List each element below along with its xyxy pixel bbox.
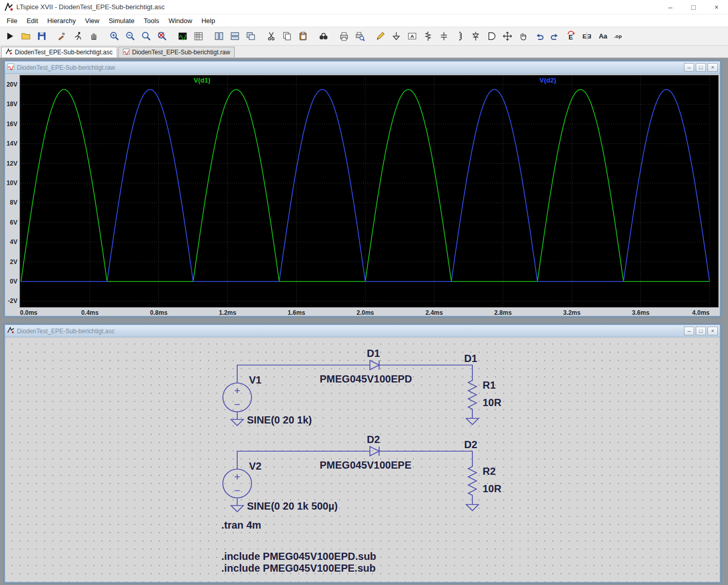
- r1-value[interactable]: 10R: [483, 397, 502, 408]
- menu-file[interactable]: File: [2, 15, 22, 26]
- autorange-y-icon[interactable]: [175, 29, 191, 44]
- waveform-minimize-button[interactable]: –: [684, 63, 694, 72]
- run-simulation-icon[interactable]: [70, 29, 86, 44]
- inductor-icon[interactable]: [452, 29, 468, 44]
- spice-directive-icon[interactable]: .op: [611, 29, 627, 44]
- d2-designator[interactable]: D2: [367, 434, 380, 445]
- x-tick-label: 3.6ms: [632, 309, 650, 316]
- drag-icon[interactable]: [515, 29, 531, 44]
- schematic-canvas-area[interactable]: D1 PMEG045V100EPD V1 SINE(0 20 1k) D1 R1…: [5, 337, 720, 582]
- voltage-source-v1-symbol[interactable]: [223, 383, 252, 412]
- waveform-pane: 20V18V16V14V12V10V8V6V4V2V0V-2V V(d1)V(d…: [5, 74, 720, 316]
- x-tick-label: 0.4ms: [81, 309, 98, 316]
- waveform-close-button[interactable]: ×: [708, 63, 718, 72]
- resistor-icon[interactable]: [420, 29, 436, 44]
- d1-value[interactable]: PMEG045V100EPD: [320, 373, 412, 385]
- ground-icon[interactable]: [466, 505, 479, 511]
- control-panel-icon[interactable]: [54, 29, 70, 44]
- menu-hierarchy[interactable]: Hierarchy: [43, 15, 80, 26]
- label-net-icon[interactable]: A: [404, 29, 420, 44]
- grid-icon[interactable]: [191, 29, 206, 44]
- open-icon[interactable]: [18, 29, 34, 44]
- menu-simulate[interactable]: Simulate: [104, 15, 139, 26]
- ground-icon[interactable]: [231, 506, 243, 512]
- cut-icon[interactable]: [263, 29, 279, 44]
- zoom-full-extents-icon[interactable]: [154, 29, 170, 44]
- print-icon[interactable]: [336, 29, 352, 44]
- diode-d2-symbol[interactable]: [364, 447, 379, 456]
- schematic-window-titlebar[interactable]: DiodenTest_EPE-Sub-berichtigt.asc – □ ×: [5, 325, 720, 337]
- trace-label[interactable]: V(d2): [539, 76, 556, 84]
- diode-icon[interactable]: [468, 29, 484, 44]
- menu-window[interactable]: Window: [164, 15, 197, 26]
- r2-value[interactable]: 10R: [483, 483, 502, 494]
- resistor-r2-symbol[interactable]: [468, 464, 476, 497]
- schematic-minimize-button[interactable]: –: [684, 327, 694, 335]
- trace-label[interactable]: V(d1): [194, 76, 211, 84]
- component-icon[interactable]: [484, 29, 500, 44]
- tile-horizontal-icon[interactable]: [227, 29, 243, 44]
- resistor-r1-symbol[interactable]: [468, 378, 476, 411]
- schematic-close-button[interactable]: ×: [708, 327, 718, 335]
- paste-icon[interactable]: [295, 29, 311, 44]
- find-icon[interactable]: [316, 29, 331, 44]
- r2-designator[interactable]: R2: [483, 466, 496, 477]
- tab-waveform-raw[interactable]: DiodenTest_EPE-Sub-berichtigt.raw: [118, 47, 235, 57]
- directive-include-epd[interactable]: .include PMEG045V100EPD.sub: [221, 551, 376, 562]
- zoom-back-icon[interactable]: [138, 29, 154, 44]
- menu-help[interactable]: Help: [197, 15, 220, 26]
- ground-icon[interactable]: [466, 418, 479, 425]
- d2-value[interactable]: PMEG045V100EPE: [320, 459, 411, 471]
- tab-label: DiodenTest_EPE-Sub-berichtigt.raw: [132, 49, 230, 56]
- zoom-out-icon[interactable]: [122, 29, 138, 44]
- schematic-window-title: DiodenTest_EPE-Sub-berichtigt.asc: [17, 328, 115, 335]
- schematic-restore-button[interactable]: □: [696, 327, 706, 335]
- net-label-d2[interactable]: D2: [464, 439, 477, 450]
- mdi-workspace: DiodenTest_EPE-Sub-berichtigt.raw – □ × …: [0, 58, 728, 585]
- minimize-button[interactable]: –: [659, 0, 682, 14]
- capacitor-icon[interactable]: [436, 29, 452, 44]
- d1-designator[interactable]: D1: [367, 348, 380, 359]
- run-icon[interactable]: [2, 29, 18, 44]
- save-icon[interactable]: [34, 29, 50, 44]
- waveform-restore-button[interactable]: □: [696, 63, 706, 72]
- tab-schematic-asc[interactable]: DiodenTest_EPE-Sub-berichtigt.asc: [1, 47, 117, 57]
- redo-icon[interactable]: [547, 29, 563, 44]
- v2-designator[interactable]: V2: [249, 460, 261, 472]
- main-titlebar[interactable]: LTspice XVII - DiodenTest_EPE-Sub-berich…: [0, 0, 728, 14]
- v1-designator[interactable]: V1: [249, 374, 261, 386]
- undo-icon[interactable]: [531, 29, 547, 44]
- text-icon[interactable]: Aa: [595, 29, 611, 44]
- menu-tools[interactable]: Tools: [139, 15, 164, 26]
- cascade-icon[interactable]: [243, 29, 259, 44]
- waveform-plot[interactable]: V(d1)V(d2): [19, 75, 719, 308]
- copy-icon[interactable]: [279, 29, 295, 44]
- directive-tran[interactable]: .tran 4m: [221, 519, 261, 531]
- toolbar-separator: [102, 29, 107, 44]
- ground-icon[interactable]: [388, 29, 404, 44]
- voltage-source-v2-symbol[interactable]: [223, 469, 252, 498]
- toolbar-separator: [170, 29, 175, 44]
- zoom-in-icon[interactable]: [107, 29, 122, 44]
- maximize-button[interactable]: □: [682, 0, 705, 14]
- rotate-icon[interactable]: E: [563, 29, 579, 44]
- mirror-icon[interactable]: EE: [579, 29, 595, 44]
- diode-d1-symbol[interactable]: [364, 360, 379, 370]
- y-tick-label: 6V: [4, 219, 17, 226]
- directive-include-epe[interactable]: .include PMEG045V100EPE.sub: [221, 562, 376, 574]
- wire-icon[interactable]: [372, 29, 388, 44]
- print-preview-icon[interactable]: [352, 29, 368, 44]
- tile-vertical-icon[interactable]: [211, 29, 227, 44]
- v2-value[interactable]: SINE(0 20 1k 500µ): [247, 500, 338, 512]
- v1-value[interactable]: SINE(0 20 1k): [247, 414, 312, 426]
- ground-icon[interactable]: [231, 419, 243, 426]
- halt-icon[interactable]: [86, 29, 102, 44]
- menu-edit[interactable]: Edit: [22, 15, 43, 26]
- waveform-window-titlebar[interactable]: DiodenTest_EPE-Sub-berichtigt.raw – □ ×: [5, 62, 720, 74]
- net-label-d1[interactable]: D1: [464, 353, 477, 364]
- close-button[interactable]: ×: [705, 0, 728, 14]
- r1-designator[interactable]: R1: [483, 379, 496, 391]
- schematic-canvas[interactable]: D1 PMEG045V100EPD V1 SINE(0 20 1k) D1 R1…: [5, 337, 720, 582]
- menu-view[interactable]: View: [80, 15, 104, 26]
- move-icon[interactable]: [500, 29, 515, 44]
